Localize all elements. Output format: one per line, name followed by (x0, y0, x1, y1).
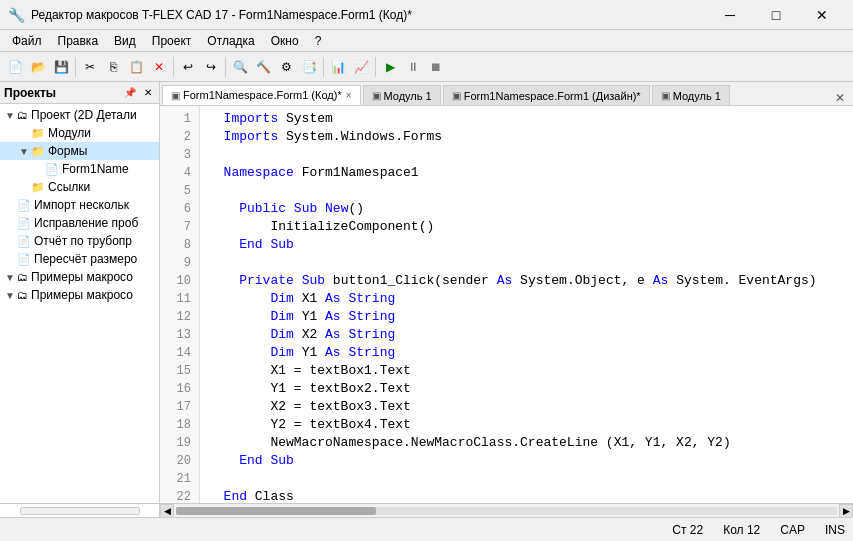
line-number: 4 (160, 164, 199, 182)
tree-item[interactable]: 📄Отчёт по трубопр (0, 232, 159, 250)
title-bar: 🔧 Редактор макросов T-FLEX CAD 17 - Form… (0, 0, 853, 30)
tree-item[interactable]: ▼🗂Примеры макросо (0, 286, 159, 304)
tab-0[interactable]: ▣Form1Namespace.Form1 (Код)*× (162, 85, 361, 105)
menu-item-?[interactable]: ? (307, 31, 330, 51)
tree-area: ▼🗂Проект (2D Детали 📁Модули▼📁Формы 📄Form… (0, 104, 159, 503)
left-panel: Проекты 📌 ✕ ▼🗂Проект (2D Детали 📁Модули▼… (0, 82, 160, 517)
tab-2[interactable]: ▣Form1Namespace.Form1 (Дизайн)* (443, 85, 650, 105)
line-number: 2 (160, 128, 199, 146)
menu-item-проект[interactable]: Проект (144, 31, 200, 51)
line-number: 15 (160, 362, 199, 380)
menu-item-правка[interactable]: Правка (50, 31, 107, 51)
tab-label: Form1Namespace.Form1 (Дизайн)* (464, 90, 641, 102)
title-bar-text: Редактор макросов T-FLEX CAD 17 - Form1N… (31, 8, 707, 22)
editor-area: ▣Form1Namespace.Form1 (Код)*×▣Модуль 1▣F… (160, 82, 853, 517)
tree-item[interactable]: 📄Исправление проб (0, 214, 159, 232)
tree-item-label: Отчёт по трубопр (34, 234, 132, 248)
line-number: 21 (160, 470, 199, 488)
line-number: 8 (160, 236, 199, 254)
line-number: 7 (160, 218, 199, 236)
title-bar-controls: ─ □ ✕ (707, 0, 845, 30)
line-number: 3 (160, 146, 199, 164)
tree-item-label: Примеры макросо (31, 288, 133, 302)
tab-icon: ▣ (661, 90, 670, 101)
tree-item[interactable]: 📁Модули (0, 124, 159, 142)
toolbar-btn-5[interactable]: 📊 (327, 56, 349, 78)
line-number: 17 (160, 398, 199, 416)
delete-button[interactable]: ✕ (148, 56, 170, 78)
tab-1[interactable]: ▣Модуль 1 (363, 85, 441, 105)
title-bar-icon: 🔧 (8, 7, 25, 23)
minimize-button[interactable]: ─ (707, 0, 753, 30)
tree-item[interactable]: 📄Form1Name (0, 160, 159, 178)
open-button[interactable]: 📂 (27, 56, 49, 78)
menu-item-файл[interactable]: Файл (4, 31, 50, 51)
redo-button[interactable]: ↪ (200, 56, 222, 78)
tab-label: Form1Namespace.Form1 (Код)* (183, 89, 342, 101)
scroll-thumb[interactable] (176, 507, 376, 515)
undo-button[interactable]: ↩ (177, 56, 199, 78)
tree-item-label: Примеры макросо (31, 270, 133, 284)
new-button[interactable]: 📄 (4, 56, 26, 78)
step-button[interactable]: ⏹ (425, 56, 447, 78)
tree-item[interactable]: 📁Ссылки (0, 178, 159, 196)
tree-item-label: Пересчёт размеро (34, 252, 137, 266)
panel-title: Проекты (4, 86, 56, 100)
tree-item[interactable]: 📄Пересчёт размеро (0, 250, 159, 268)
maximize-button[interactable]: □ (753, 0, 799, 30)
paste-button[interactable]: 📋 (125, 56, 147, 78)
toolbar-separator-3 (225, 57, 226, 77)
tree-item[interactable]: 📄Импорт нескольк (0, 196, 159, 214)
code-content[interactable]: Imports System Imports System.Windows.Fo… (200, 106, 853, 503)
toolbar-btn-2[interactable]: 🔨 (252, 56, 274, 78)
panel-pin-button[interactable]: 📌 (121, 87, 139, 98)
status-line: Ст 22 (672, 523, 703, 537)
tree-item-label: Модули (48, 126, 91, 140)
toolbar-btn-6[interactable]: 📈 (350, 56, 372, 78)
line-number: 13 (160, 326, 199, 344)
menu-item-вид[interactable]: Вид (106, 31, 144, 51)
line-number: 11 (160, 290, 199, 308)
tab-close-button[interactable]: × (346, 90, 352, 101)
tree-item-label: Проект (2D Детали (31, 108, 137, 122)
close-button[interactable]: ✕ (799, 0, 845, 30)
panel-scrollbar[interactable] (20, 507, 140, 515)
toolbar: 📄 📂 💾 ✂ ⎘ 📋 ✕ ↩ ↪ 🔍 🔨 ⚙ 📑 📊 📈 ▶ ⏸ ⏹ (0, 52, 853, 82)
save-button[interactable]: 💾 (50, 56, 72, 78)
tree-item[interactable]: ▼📁Формы (0, 142, 159, 160)
status-ins: INS (825, 523, 845, 537)
toolbar-btn-1[interactable]: 🔍 (229, 56, 251, 78)
menu-item-окно[interactable]: Окно (263, 31, 307, 51)
tab-3[interactable]: ▣Модуль 1 (652, 85, 730, 105)
cut-button[interactable]: ✂ (79, 56, 101, 78)
tab-icon: ▣ (372, 90, 381, 101)
line-number: 22 (160, 488, 199, 503)
tab-label: Модуль 1 (384, 90, 432, 102)
toolbar-btn-4[interactable]: 📑 (298, 56, 320, 78)
code-editor[interactable]: 1234567891011121314151617181920212223 Im… (160, 106, 853, 503)
tree-item-label: Формы (48, 144, 87, 158)
tree-item[interactable]: ▼🗂Проект (2D Детали (0, 106, 159, 124)
line-number: 10 (160, 272, 199, 290)
toolbar-separator-4 (323, 57, 324, 77)
panel-controls: 📌 ✕ (121, 87, 155, 98)
toolbar-separator-5 (375, 57, 376, 77)
run-button[interactable]: ▶ (379, 56, 401, 78)
menu-item-отладка[interactable]: Отладка (199, 31, 262, 51)
panel-close-btn[interactable]: ✕ (141, 87, 155, 98)
tree-item[interactable]: ▼🗂Примеры макросо (0, 268, 159, 286)
scroll-left-button[interactable]: ◀ (160, 504, 174, 518)
tabs-close-icon[interactable]: ✕ (831, 91, 849, 105)
copy-button[interactable]: ⎘ (102, 56, 124, 78)
scroll-track[interactable] (176, 507, 837, 515)
tab-icon: ▣ (452, 90, 461, 101)
toolbar-btn-3[interactable]: ⚙ (275, 56, 297, 78)
stop-button[interactable]: ⏸ (402, 56, 424, 78)
horizontal-scrollbar[interactable]: ◀ ▶ (160, 503, 853, 517)
tree-item-label: Импорт нескольк (34, 198, 129, 212)
status-col: Кол 12 (723, 523, 760, 537)
tab-icon: ▣ (171, 90, 180, 101)
scroll-right-button[interactable]: ▶ (839, 504, 853, 518)
tabs-bar: ▣Form1Namespace.Form1 (Код)*×▣Модуль 1▣F… (160, 82, 853, 106)
line-numbers: 1234567891011121314151617181920212223 (160, 106, 200, 503)
